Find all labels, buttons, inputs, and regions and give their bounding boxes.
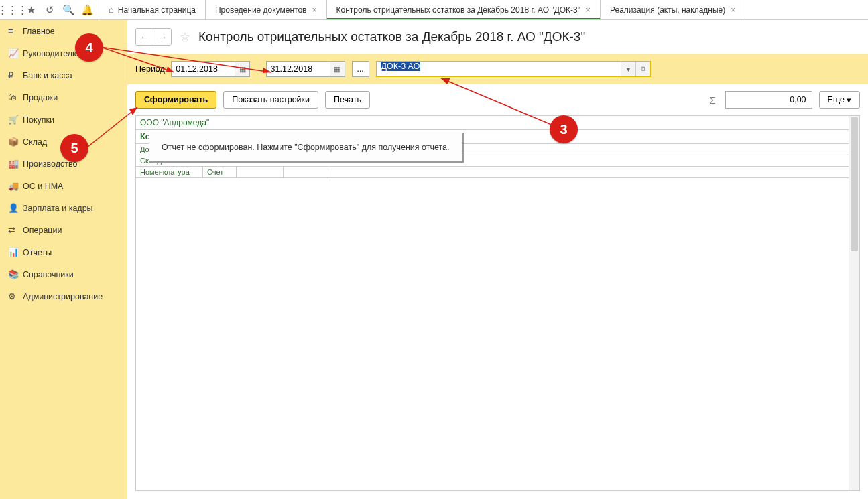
sidebar-item-bank[interactable]: ₽Банк и касса [0,64,127,86]
org-input[interactable]: ДОК-3 АО [377,62,621,76]
close-icon[interactable]: × [731,5,735,15]
sidebar-label: Склад [23,137,47,147]
scroll-thumb[interactable] [851,117,858,251]
tab-documents[interactable]: Проведение документов × [205,0,327,19]
sidebar-label: Администрирование [23,292,103,301]
sidebar: ≡Главное 📈Руководителю ₽Банк и касса 🛍Пр… [0,20,127,499]
sidebar-item-admin[interactable]: ⚙Администрирование [0,285,127,307]
favorite-icon[interactable]: ☆ [180,29,190,44]
open-icon[interactable]: ⧉ [635,62,650,76]
sidebar-label: Главное [23,27,55,36]
tab-label: Контроль отрицательных остатков за Декаб… [336,5,581,15]
date-to-group: ▦ [266,61,345,77]
tab-label: Начальная страница [118,5,196,15]
sidebar-label: Продажи [23,93,58,102]
sidebar-item-catalogs[interactable]: 📚Справочники [0,263,127,285]
callout-4: 4 [75,33,103,62]
chart-icon: 📈 [8,48,23,58]
dropdown-icon[interactable]: ▾ [621,62,635,76]
show-settings-button[interactable]: Показать настройки [223,91,318,109]
nav-buttons: ← → [135,28,172,46]
sidebar-item-reports[interactable]: 📊Отчеты [0,241,127,263]
calendar-icon[interactable]: ▦ [235,62,249,76]
chevron-down-icon: ▾ [847,95,851,105]
col-blank [284,167,330,177]
tab-realization[interactable]: Реализация (акты, накладные) × [600,0,745,19]
close-icon[interactable]: × [586,5,591,15]
tab-label: Реализация (акты, накладные) [610,5,725,15]
person-icon: 👤 [8,203,23,213]
more-button[interactable]: Еще▾ [819,91,860,109]
sidebar-item-main[interactable]: ≡Главное [0,20,127,42]
sidebar-label: Операции [23,226,62,235]
col-account: Счет [203,167,237,177]
sigma-icon: Σ [709,94,715,106]
sum-input[interactable] [725,91,812,109]
sidebar-label: Руководителю [23,49,78,58]
report-company: ООО "Андромеда" [136,116,859,130]
bars-icon: 📊 [8,247,23,257]
generate-button[interactable]: Сформировать [135,91,216,109]
sidebar-label: Банк и касса [23,71,72,80]
ruble-icon: ₽ [8,70,23,80]
table-header: Номенклатура Счет [136,167,859,178]
search-icon[interactable]: 🔍 [59,1,78,19]
col-blank [330,167,377,177]
period-label: Период: [135,64,167,74]
date-from-input[interactable] [172,64,235,74]
ops-icon: ⇄ [8,225,23,235]
forward-button[interactable]: → [153,29,171,45]
tooltip: Отчет не сформирован. Нажмите "Сформиров… [149,133,464,163]
apps-icon[interactable]: ⋮⋮⋮ [3,1,21,19]
col-nomenclature: Номенклатура [136,167,203,177]
date-from-group: ▦ [171,61,250,77]
calendar-icon[interactable]: ▦ [330,62,345,76]
sidebar-item-manager[interactable]: 📈Руководителю [0,42,127,64]
tab-control[interactable]: Контроль отрицательных остатков за Декаб… [326,0,601,19]
back-button[interactable]: ← [136,29,153,45]
report-area: ООО "Андромеда" Ко До Склад Номенклатура… [135,115,860,491]
sidebar-item-purchases[interactable]: 🛒Покупки [0,109,127,131]
history-icon[interactable]: ↺ [40,1,59,19]
bell-icon[interactable]: 🔔 [78,1,97,19]
sidebar-label: Справочники [23,270,74,279]
sidebar-label: ОС и НМА [23,182,63,191]
callout-5: 5 [60,134,88,162]
sidebar-label: Отчеты [23,248,52,257]
sidebar-item-operations[interactable]: ⇄Операции [0,219,127,241]
home-icon: ⌂ [109,5,114,15]
print-button[interactable]: Печать [325,91,370,109]
gear-icon: ⚙ [8,291,23,301]
sidebar-label: Зарплата и кадры [23,204,93,213]
close-icon[interactable]: × [312,5,317,15]
org-select[interactable]: ДОК-3 АО ▾ ⧉ [376,61,651,77]
truck-icon: 🚚 [8,181,23,191]
sidebar-item-sales[interactable]: 🛍Продажи [0,86,127,109]
date-to-input[interactable] [267,64,330,74]
star-icon[interactable]: ★ [21,1,40,19]
cart-icon: 🛒 [8,115,23,125]
sidebar-item-salary[interactable]: 👤Зарплата и кадры [0,197,127,219]
menu-icon: ≡ [8,26,23,36]
box-icon: 📦 [8,137,23,147]
sidebar-item-assets[interactable]: 🚚ОС и НМА [0,175,127,197]
tab-home[interactable]: ⌂ Начальная страница [99,0,206,19]
factory-icon: 🏭 [8,159,23,169]
period-picker-button[interactable]: ... [352,61,369,77]
callout-3: 3 [550,115,578,143]
scrollbar[interactable] [849,116,859,490]
col-blank [237,167,284,177]
page-title: Контроль отрицательных остатков за Декаб… [198,29,585,44]
bag-icon: 🛍 [8,92,23,102]
book-icon: 📚 [8,269,23,279]
dash: – [255,64,260,74]
sidebar-label: Покупки [23,115,54,125]
tab-label: Проведение документов [215,5,307,15]
